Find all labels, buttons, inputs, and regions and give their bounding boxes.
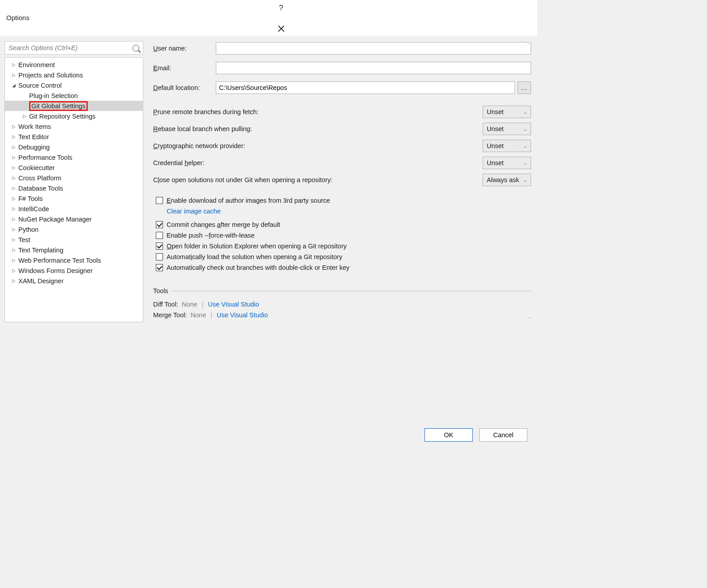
tree-item[interactable]: ▷Cross Platform	[5, 173, 143, 183]
tree-item[interactable]: ▷Work Items	[5, 121, 143, 132]
rebase-select[interactable]: Unset⌄	[483, 123, 531, 135]
tree-item-label: XAML Designer	[18, 277, 64, 285]
tree-item-label: Git Repository Settings	[29, 113, 95, 120]
merge-tool-row: Merge Tool: None | Use Visual Studio	[153, 311, 531, 319]
default-location-label: Default location:	[153, 84, 216, 91]
scroll-down-icon[interactable]: ﹀	[527, 315, 532, 322]
tree-item[interactable]: ▷Performance Tools	[5, 152, 143, 162]
cancel-button[interactable]: Cancel	[479, 428, 527, 442]
crypto-label: Cryptographic network provider:	[153, 142, 483, 149]
tree-item[interactable]: ▷Windows Forms Designer	[5, 265, 143, 276]
tree-item[interactable]: ▷Text Templating	[5, 245, 143, 255]
tree-item[interactable]: ▷Python	[5, 224, 143, 234]
chevron-down-icon: ⌄	[523, 127, 527, 132]
browse-button[interactable]: ...	[518, 81, 531, 94]
merge-tool-value: None	[191, 311, 206, 319]
tree-item-label: Database Tools	[18, 185, 63, 192]
tree-item[interactable]: ▷Database Tools	[5, 183, 143, 193]
tree-item[interactable]: ▷Cookiecutter	[5, 162, 143, 173]
chevron-down-icon: ⌄	[523, 161, 527, 166]
options-tree[interactable]: ▷Environment▷Projects and Solutions◢Sour…	[4, 57, 143, 322]
tree-item[interactable]: ▷Projects and Solutions	[5, 70, 143, 80]
rebase-label: Rebase local branch when pulling:	[153, 125, 483, 132]
tools-section-header: Tools	[153, 287, 531, 294]
tree-item[interactable]: ◢Source Control	[5, 80, 143, 90]
auto-load-solution-checkbox[interactable]	[156, 253, 163, 260]
credential-helper-select[interactable]: Unset⌄	[483, 157, 531, 169]
chevron-right-icon: ▷	[11, 196, 17, 201]
credential-helper-label: Credential helper:	[153, 159, 483, 166]
chevron-right-icon: ▷	[11, 134, 17, 139]
tree-item-label: Environment	[18, 61, 55, 68]
default-location-input[interactable]	[216, 81, 515, 94]
chevron-right-icon: ▷	[11, 124, 17, 129]
chevron-right-icon: ▷	[11, 165, 17, 170]
author-images-checkbox[interactable]	[156, 197, 163, 204]
tree-item[interactable]: ▷Environment	[5, 60, 143, 70]
crypto-select[interactable]: Unset⌄	[483, 140, 531, 152]
diff-use-vs-link[interactable]: Use Visual Studio	[208, 301, 259, 308]
chevron-right-icon: ▷	[11, 247, 17, 252]
tree-item-label: Work Items	[18, 123, 51, 130]
clear-image-cache-link[interactable]: Clear image cache	[167, 208, 221, 215]
tree-item-label: Source Control	[18, 82, 62, 89]
ok-button[interactable]: OK	[424, 428, 473, 442]
push-force-label: Enable push --force-with-lease	[167, 232, 255, 239]
tree-item[interactable]: ▷Text Editor	[5, 132, 143, 142]
search-box[interactable]	[4, 41, 143, 55]
close-icon[interactable]	[278, 25, 285, 32]
merge-use-vs-link[interactable]: Use Visual Studio	[217, 311, 268, 319]
tree-item[interactable]: ▷XAML Designer	[5, 276, 143, 286]
tree-item-label: Test	[18, 236, 30, 243]
chevron-down-icon: ⌄	[523, 110, 527, 115]
tree-item[interactable]: ▷IntelliCode	[5, 204, 143, 214]
tree-item-label: Web Performance Test Tools	[18, 257, 101, 264]
help-button[interactable]: ?	[279, 4, 283, 13]
tree-item[interactable]: ▷NuGet Package Manager	[5, 214, 143, 224]
close-solutions-select[interactable]: Always ask⌄	[483, 174, 531, 186]
tree-item[interactable]: ▷Test	[5, 234, 143, 245]
tree-item[interactable]: ▷Web Performance Test Tools	[5, 255, 143, 265]
chevron-right-icon: ▷	[11, 268, 17, 273]
commit-after-merge-label: Commit changes after merge by default	[167, 221, 280, 228]
tree-item-label: Cross Platform	[18, 175, 61, 182]
chevron-right-icon: ▷	[11, 155, 17, 160]
username-input[interactable]	[216, 42, 531, 55]
open-folder-checkbox[interactable]	[156, 243, 163, 250]
email-input[interactable]	[216, 62, 531, 74]
tree-item-label: Python	[18, 226, 39, 233]
author-images-label: Enable download of author images from 3r…	[167, 197, 330, 204]
tree-item-label: Performance Tools	[18, 154, 73, 161]
tree-item[interactable]: ▷F# Tools	[5, 193, 143, 204]
search-input[interactable]	[8, 44, 133, 52]
chevron-right-icon: ▷	[11, 72, 17, 77]
commit-after-merge-checkbox[interactable]	[156, 221, 163, 228]
auto-checkout-checkbox[interactable]	[156, 264, 163, 271]
chevron-down-icon: ⌄	[523, 144, 527, 149]
prune-select[interactable]: Unset⌄	[483, 106, 531, 118]
tree-item-label: Plug-in Selection	[29, 92, 78, 99]
tree-item-label: Debugging	[18, 144, 50, 151]
chevron-down-icon: ⌄	[523, 178, 527, 183]
chevron-right-icon: ▷	[11, 237, 17, 242]
chevron-right-icon: ▷	[11, 278, 17, 283]
tree-item[interactable]: Git Global Settings	[5, 101, 143, 111]
tree-item[interactable]: ▷Git Repository Settings	[5, 111, 143, 121]
chevron-right-icon: ▷	[11, 217, 17, 222]
auto-load-solution-label: Automatically load the solution when ope…	[167, 253, 343, 260]
tree-item-label: NuGet Package Manager	[18, 216, 92, 223]
chevron-right-icon: ▷	[11, 227, 17, 232]
diff-tool-value: None	[182, 301, 197, 308]
tree-item[interactable]: ▷Debugging	[5, 142, 143, 152]
chevron-right-icon: ▷	[22, 114, 27, 119]
tree-item-label: Projects and Solutions	[18, 72, 83, 79]
search-icon	[133, 45, 139, 51]
scroll-up-icon[interactable]: ︿	[527, 39, 532, 47]
prune-label: Prune remote branches during fetch:	[153, 108, 483, 115]
push-force-checkbox[interactable]	[156, 232, 163, 239]
tree-item-label: F# Tools	[18, 195, 43, 202]
diff-tool-row: Diff Tool: None | Use Visual Studio	[153, 301, 531, 308]
tree-item-label: Git Global Settings	[29, 101, 88, 111]
tree-item-label: Cookiecutter	[18, 164, 55, 171]
tree-item[interactable]: Plug-in Selection	[5, 90, 143, 101]
